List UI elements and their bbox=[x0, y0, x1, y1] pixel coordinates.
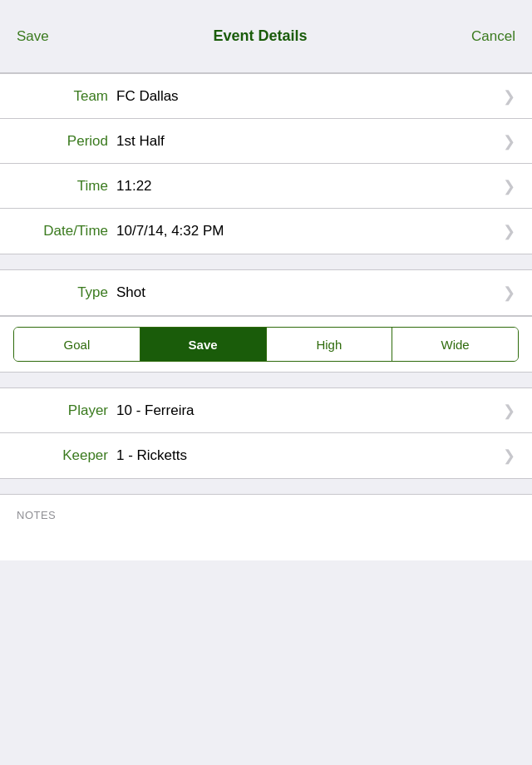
period-label: Period bbox=[17, 133, 108, 150]
gap-3 bbox=[0, 479, 532, 494]
type-chevron-icon: ❯ bbox=[503, 284, 515, 302]
header: Save Event Details Cancel bbox=[0, 0, 532, 73]
segment-save-button[interactable]: Save bbox=[140, 328, 267, 361]
player-label: Player bbox=[17, 402, 108, 419]
notes-label: NOTES bbox=[17, 509, 56, 521]
type-label: Type bbox=[17, 284, 108, 301]
player-chevron-icon: ❯ bbox=[503, 402, 515, 420]
segmented-control: Goal Save High Wide bbox=[13, 327, 519, 362]
save-button[interactable]: Save bbox=[17, 22, 49, 52]
team-label: Team bbox=[17, 88, 108, 105]
gap-1 bbox=[0, 254, 532, 269]
time-chevron-icon: ❯ bbox=[503, 177, 515, 195]
segment-section: Goal Save High Wide bbox=[0, 316, 532, 373]
time-value: 11:22 bbox=[116, 178, 503, 195]
datetime-label: Date/Time bbox=[17, 223, 108, 239]
segment-wide-button[interactable]: Wide bbox=[392, 328, 518, 361]
time-label: Time bbox=[17, 178, 108, 195]
team-value: FC Dallas bbox=[116, 88, 503, 105]
player-value: 10 - Ferreira bbox=[116, 402, 503, 419]
datetime-row[interactable]: Date/Time 10/7/14, 4:32 PM ❯ bbox=[0, 209, 532, 254]
keeper-chevron-icon: ❯ bbox=[503, 447, 515, 465]
gap-2 bbox=[0, 373, 532, 387]
player-section: Player 10 - Ferreira ❯ Keeper 1 - Ricket… bbox=[0, 387, 532, 479]
team-row[interactable]: Team FC Dallas ❯ bbox=[0, 74, 532, 119]
notes-section: NOTES bbox=[0, 494, 532, 560]
cancel-button[interactable]: Cancel bbox=[471, 22, 515, 52]
period-value: 1st Half bbox=[116, 133, 503, 150]
keeper-label: Keeper bbox=[17, 447, 108, 464]
period-row[interactable]: Period 1st Half ❯ bbox=[0, 119, 532, 164]
time-row[interactable]: Time 11:22 ❯ bbox=[0, 164, 532, 209]
type-value: Shot bbox=[116, 284, 503, 301]
type-row[interactable]: Type Shot ❯ bbox=[0, 270, 532, 315]
segment-goal-button[interactable]: Goal bbox=[14, 328, 140, 361]
team-chevron-icon: ❯ bbox=[503, 87, 515, 106]
period-chevron-icon: ❯ bbox=[503, 132, 515, 151]
keeper-value: 1 - Ricketts bbox=[116, 447, 503, 464]
segment-high-button[interactable]: High bbox=[267, 328, 393, 361]
page-title: Event Details bbox=[213, 27, 307, 45]
datetime-chevron-icon: ❯ bbox=[503, 222, 515, 240]
type-section: Type Shot ❯ bbox=[0, 269, 532, 316]
details-section: Team FC Dallas ❯ Period 1st Half ❯ Time … bbox=[0, 73, 532, 254]
keeper-row[interactable]: Keeper 1 - Ricketts ❯ bbox=[0, 433, 532, 478]
datetime-value: 10/7/14, 4:32 PM bbox=[116, 223, 503, 239]
player-row[interactable]: Player 10 - Ferreira ❯ bbox=[0, 388, 532, 433]
